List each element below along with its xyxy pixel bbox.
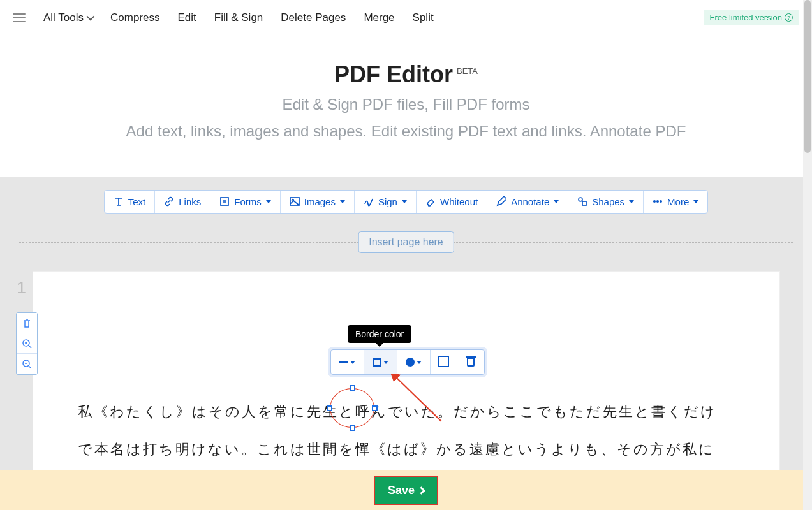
nav-delete-pages[interactable]: Delete Pages — [281, 11, 346, 24]
resize-handle-top[interactable] — [350, 385, 355, 391]
nav-all-tools[interactable]: All Tools — [43, 11, 92, 24]
shape-context-toolbar — [330, 349, 485, 375]
nav-fill-sign[interactable]: Fill & Sign — [214, 11, 263, 24]
tool-annotate-label: Annotate — [511, 196, 549, 207]
free-version-label: Free limited version — [710, 13, 782, 22]
scroll-thumb[interactable] — [804, 0, 811, 153]
caret-down-icon — [383, 361, 388, 364]
caret-down-icon — [266, 200, 271, 203]
border-width-button[interactable] — [331, 350, 364, 374]
editor-area: Text Links Forms Images Sign Whiteout An… — [0, 177, 812, 510]
scrollbar[interactable]: ▴ — [803, 0, 812, 510]
svg-rect-4 — [582, 201, 586, 205]
editor-toolbar: Text Links Forms Images Sign Whiteout An… — [104, 190, 709, 214]
menu-icon[interactable] — [13, 13, 26, 22]
tool-forms-label: Forms — [234, 196, 262, 207]
nav-merge[interactable]: Merge — [364, 11, 394, 24]
save-button-label: Save — [388, 484, 415, 497]
resize-handle-bottom[interactable] — [350, 425, 355, 431]
free-version-badge[interactable]: Free limited version ? — [704, 10, 799, 26]
tool-annotate[interactable]: Annotate — [487, 191, 568, 213]
hero: PDF EditorBETA Edit & Sign PDF files, Fi… — [0, 36, 812, 177]
border-color-icon — [373, 358, 381, 367]
tool-forms[interactable]: Forms — [210, 191, 281, 213]
delete-page-button[interactable] — [17, 313, 37, 333]
insert-divider: Insert page here — [19, 242, 793, 243]
resize-handle-right[interactable] — [372, 405, 378, 411]
forms-icon — [219, 196, 230, 207]
annotate-icon — [496, 196, 506, 207]
nav-edit[interactable]: Edit — [177, 11, 196, 24]
svg-point-5 — [654, 201, 655, 202]
resize-handle-left[interactable] — [327, 405, 332, 411]
help-icon: ? — [785, 13, 793, 22]
top-nav: All Tools Compress Edit Fill & Sign Dele… — [0, 0, 812, 36]
hero-sub1: Edit & Sign PDF files, Fill PDF forms — [13, 94, 799, 115]
fill-color-icon — [406, 358, 415, 367]
caret-down-icon — [350, 361, 355, 364]
caret-down-icon — [402, 200, 407, 203]
copy-icon — [439, 358, 448, 367]
selected-shape[interactable] — [330, 388, 374, 428]
tool-shapes-label: Shapes — [592, 196, 624, 207]
chevron-right-icon — [417, 486, 425, 495]
trash-icon — [467, 358, 475, 367]
beta-badge: BETA — [457, 66, 478, 76]
zoom-out-button[interactable] — [17, 354, 37, 374]
image-icon — [290, 196, 300, 207]
page-title: PDF EditorBETA — [334, 61, 478, 88]
page-side-tools — [16, 312, 38, 375]
trash-icon — [22, 318, 32, 328]
zoom-in-button[interactable] — [17, 333, 37, 354]
sign-icon — [364, 196, 374, 207]
tool-images[interactable]: Images — [281, 191, 355, 213]
duplicate-shape-button[interactable] — [431, 350, 457, 374]
hero-sub2: Add text, links, images and shapes. Edit… — [13, 121, 799, 142]
tool-images-label: Images — [304, 196, 336, 207]
tooltip-border-color: Border color — [348, 325, 411, 343]
page-title-text: PDF Editor — [334, 61, 453, 87]
caret-down-icon — [417, 361, 422, 364]
tool-whiteout-label: Whiteout — [440, 196, 478, 207]
tool-text[interactable]: Text — [105, 191, 156, 213]
tool-links-label: Links — [179, 196, 201, 207]
line-icon — [339, 361, 348, 363]
chevron-down-icon — [87, 13, 95, 21]
shapes-icon — [577, 196, 587, 207]
nav-compress[interactable]: Compress — [110, 11, 159, 24]
tool-text-label: Text — [128, 196, 146, 207]
svg-point-6 — [657, 201, 658, 202]
border-color-button[interactable] — [364, 350, 397, 374]
text-icon — [114, 196, 124, 207]
eraser-icon — [425, 196, 436, 207]
svg-point-7 — [660, 201, 661, 202]
caret-down-icon — [554, 200, 559, 203]
tool-sign-label: Sign — [378, 196, 397, 207]
fill-color-button[interactable] — [397, 350, 431, 374]
link-icon — [164, 196, 174, 207]
nav-all-tools-label: All Tools — [43, 11, 84, 24]
tool-links[interactable]: Links — [155, 191, 210, 213]
pdf-text-line-1: 私《わたくし》はその人を常に先生と呼んでいた。だからここでもただ先生と書くだけ — [78, 393, 735, 430]
save-bar: Save — [0, 470, 812, 510]
svg-point-3 — [579, 198, 582, 201]
insert-page-button[interactable]: Insert page here — [358, 231, 454, 253]
tool-more[interactable]: More — [644, 191, 707, 213]
tool-shapes[interactable]: Shapes — [568, 191, 644, 213]
tool-sign[interactable]: Sign — [355, 191, 417, 213]
caret-down-icon — [629, 200, 634, 203]
delete-shape-button[interactable] — [457, 350, 484, 374]
page-number: 1 — [17, 278, 26, 298]
caret-down-icon — [693, 200, 698, 203]
save-button[interactable]: Save — [374, 476, 438, 505]
nav-split[interactable]: Split — [413, 11, 434, 24]
tool-whiteout[interactable]: Whiteout — [417, 191, 487, 213]
zoom-in-icon — [22, 339, 32, 349]
caret-down-icon — [340, 200, 345, 203]
ellipse-shape[interactable] — [330, 388, 374, 428]
more-icon — [653, 196, 663, 207]
pdf-text-line-2: で本名は打ち明けない。これは世間を憚《はば》かる遠慮というよりも、その方が私に — [78, 430, 735, 468]
zoom-out-icon — [22, 359, 32, 369]
svg-rect-0 — [221, 198, 228, 205]
tool-more-label: More — [667, 196, 689, 207]
